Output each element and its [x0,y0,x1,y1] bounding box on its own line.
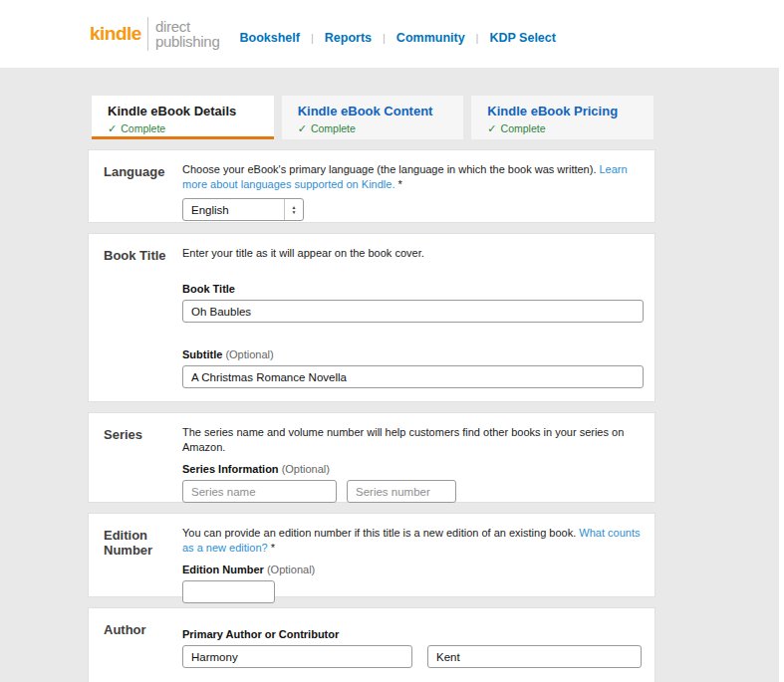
author-first-name-input[interactable] [182,645,412,668]
nav-separator: | [383,32,386,44]
nav-reports[interactable]: Reports [325,31,372,45]
section-edition-number: Edition Number You can provide an editio… [88,513,655,597]
author-last-name-input[interactable] [427,645,642,668]
nav-kdp-select[interactable]: KDP Select [489,31,555,45]
kindle-logo-text: kindle [90,23,141,45]
section-label: Author [89,608,182,682]
nav-bookshelf[interactable]: Bookshelf [239,31,299,45]
section-book-title: Book Title Enter your title as it will a… [88,233,655,402]
optional-hint: (Optional) [264,564,315,575]
kdp-logo[interactable]: kindle direct publishing [90,17,219,51]
section-series: Series The series name and volume number… [88,412,655,503]
direct-publishing-logo-text: direct publishing [155,19,220,49]
page-content: Kindle eBook Details ✓Complete Kindle eB… [88,96,655,682]
select-stepper-icon: ▲ ▼ [284,199,303,220]
section-author: Author Primary Author or Contributor [88,607,655,682]
nav-separator: | [476,32,479,44]
language-select[interactable]: English ▲ ▼ [182,198,304,221]
primary-author-label: Primary Author or Contributor [182,628,642,640]
section-label: Book Title [89,234,182,401]
main-nav: Bookshelf | Reports | Community | KDP Se… [239,31,555,45]
series-number-input[interactable] [347,480,456,503]
nav-community[interactable]: Community [396,31,465,45]
book-title-input[interactable] [182,300,644,323]
required-asterisk: * [394,178,401,190]
tab-ebook-content[interactable]: Kindle eBook Content ✓Complete [282,96,464,139]
series-description: The series name and volume number will h… [182,425,642,455]
check-icon: ✓ [108,122,117,134]
tab-ebook-details[interactable]: Kindle eBook Details ✓Complete [92,96,274,139]
series-name-input[interactable] [182,480,337,503]
required-asterisk: * [268,542,275,554]
section-label: Series [89,413,182,502]
logo-divider [147,17,148,51]
check-icon: ✓ [487,122,496,134]
book-title-description: Enter your title as it will appear on th… [182,246,644,261]
optional-hint: (Optional) [222,348,273,360]
tab-status-complete: ✓Complete [108,122,274,135]
edition-description: You can provide an edition number if thi… [182,526,642,556]
section-label: Edition Number [89,514,182,596]
subtitle-input[interactable] [182,365,644,388]
nav-separator: | [311,32,314,44]
book-title-field-label: Book Title [182,283,644,295]
edition-field-label: Edition Number (Optional) [182,564,642,575]
tab-status-complete: ✓Complete [487,122,653,135]
top-header: kindle direct publishing Bookshelf | Rep… [0,0,784,68]
scroll-gutter [779,68,784,682]
tab-status-complete: ✓Complete [298,122,464,135]
check-icon: ✓ [298,122,307,134]
language-description: Choose your eBook's primary language (th… [182,162,642,192]
section-language: Language Choose your eBook's primary lan… [88,149,655,223]
section-label: Language [89,150,182,222]
series-info-label: Series Information (Optional) [182,463,642,475]
optional-hint: (Optional) [279,463,330,475]
edition-number-input[interactable] [182,580,275,603]
wizard-tabs: Kindle eBook Details ✓Complete Kindle eB… [92,96,653,139]
tab-ebook-pricing[interactable]: Kindle eBook Pricing ✓Complete [471,96,653,139]
subtitle-field-label: Subtitle (Optional) [182,348,644,360]
